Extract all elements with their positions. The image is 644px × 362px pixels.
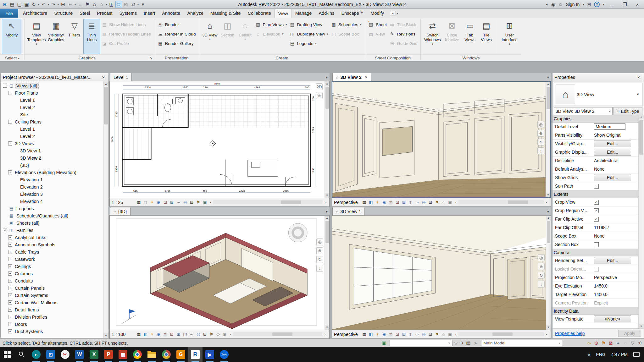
show-model-icon[interactable]: ◻ bbox=[142, 199, 148, 206]
filters-button[interactable]: ▽ Filters bbox=[66, 19, 83, 54]
remove-hidden-lines-button[interactable]: ▥ Remove Hidden Lines bbox=[102, 30, 151, 38]
tree-item-views-all[interactable]: -▢Views (all) bbox=[1, 82, 103, 89]
ribbon-cycle-icon[interactable]: ▲ bbox=[390, 11, 396, 15]
scroll-right-icon[interactable]: › bbox=[324, 332, 325, 337]
scroll-up-icon[interactable]: ▲ bbox=[546, 216, 551, 220]
tree-item-level-1[interactable]: Level 1 bbox=[1, 96, 103, 104]
artificial-lights-off-icon[interactable]: ◉ bbox=[381, 199, 387, 206]
prop-checkbox[interactable] bbox=[594, 242, 599, 247]
place-view-button[interactable]: ▤ View bbox=[368, 30, 387, 38]
gyroscope-icon[interactable]: ◇ bbox=[441, 199, 447, 206]
scroll-down-icon[interactable]: ∨ bbox=[639, 324, 644, 328]
prop-value[interactable]: Explicit bbox=[593, 300, 638, 305]
axon-canvas[interactable] bbox=[110, 216, 325, 330]
type-selector-caret-icon[interactable]: ▼ bbox=[636, 92, 640, 96]
crop-view-icon[interactable]: ⊡ bbox=[394, 331, 400, 337]
reveal-hidden-elements-icon[interactable]: ∞ bbox=[414, 199, 420, 206]
window-menu-caret-icon[interactable]: ▼ bbox=[325, 210, 328, 213]
tab-level-1[interactable]: Level 1 bbox=[110, 73, 132, 81]
schedules-button[interactable]: ▦ Schedules ▾ bbox=[331, 21, 362, 28]
temporary-view-properties-icon[interactable]: ⊟ bbox=[202, 331, 208, 337]
3d1-vertical-scrollbar[interactable]: ▲ ▼ bbox=[546, 216, 551, 330]
tree-item-curtain-wall-mullions[interactable]: +Curtain Wall Mullions bbox=[1, 299, 103, 306]
temporary-view-properties-icon[interactable]: ⊟ bbox=[427, 331, 433, 337]
tab-systems[interactable]: Systems bbox=[116, 9, 140, 18]
tab-manage[interactable]: Manage bbox=[292, 9, 315, 18]
panel-label-sheet-composition[interactable]: Sheet Composition bbox=[365, 54, 421, 61]
horizontal-scrollbar[interactable] bbox=[213, 200, 322, 204]
expand-icon[interactable]: + bbox=[8, 264, 12, 268]
project-browser-title-bar[interactable]: Project Browser - 20220915_IR01_Master..… bbox=[1, 73, 108, 81]
viewport-level-1[interactable]: Level 1 ▼ 7040 1500 1365 130 4465 bbox=[109, 73, 330, 207]
tree-item-ceilings[interactable]: +Ceilings bbox=[1, 263, 103, 270]
scroll-down-icon[interactable]: ▼ bbox=[325, 325, 329, 330]
switch-windows-icon[interactable]: ⇄ bbox=[130, 1, 136, 8]
callout-caret-icon[interactable]: ▾ bbox=[244, 38, 246, 41]
render-gallery-button[interactable]: ▦ Render Gallery bbox=[158, 40, 196, 47]
artificial-lights-off-icon[interactable]: ◉ bbox=[156, 199, 162, 206]
switch-windows-button[interactable]: ⇄ Switch Windows ▾ bbox=[423, 19, 442, 54]
elevation-caret-icon[interactable]: ▾ bbox=[282, 32, 284, 36]
taskbar-input-method[interactable]: ▦ bbox=[116, 347, 130, 362]
worksharing-display-icon[interactable]: ▣ bbox=[202, 199, 208, 206]
collapse-icon[interactable]: - bbox=[8, 141, 12, 145]
taskbar-revit[interactable]: R bbox=[188, 347, 203, 362]
tree-item-site[interactable]: Site bbox=[1, 111, 103, 118]
redo-icon-caret[interactable]: ▾ bbox=[57, 3, 59, 6]
properties-title-bar[interactable]: Properties × bbox=[552, 73, 644, 81]
tree-item-doors[interactable]: +Doors bbox=[1, 321, 103, 328]
tab-enscape[interactable]: Enscape™ bbox=[338, 9, 367, 18]
panel-label-presentation[interactable]: Presentation bbox=[154, 54, 199, 61]
apply-button[interactable]: Apply bbox=[618, 330, 641, 337]
pan-icon[interactable]: ↕ bbox=[537, 147, 544, 154]
editable-only-icon[interactable]: ▤ bbox=[465, 340, 472, 347]
render-dialog-icon[interactable]: ☕ bbox=[388, 199, 394, 206]
app-store-cart-icon[interactable]: ⊞ bbox=[587, 2, 591, 7]
show-crop-region-icon[interactable]: ⊞ bbox=[401, 199, 407, 206]
sign-in-button[interactable]: Sign In bbox=[566, 2, 580, 7]
ribbon-cycle-caret-icon[interactable]: ▾ bbox=[397, 12, 398, 15]
tree-item-schedules-quantities-all[interactable]: ▦Schedules/Quantities (all) bbox=[1, 212, 103, 219]
user-interface-caret-icon[interactable]: ▾ bbox=[509, 42, 510, 46]
crop-view-icon[interactable]: ⊡ bbox=[394, 199, 400, 206]
sun-path-off-icon[interactable]: ☀ bbox=[375, 199, 380, 206]
notification-center-icon[interactable] bbox=[633, 352, 640, 357]
lock-3d-view-icon[interactable]: ▣ bbox=[222, 331, 228, 337]
taskbar-chrome[interactable] bbox=[130, 347, 145, 362]
press-drag-select-icon[interactable]: ∞ bbox=[586, 339, 592, 346]
pan-icon[interactable]: ↕ bbox=[538, 281, 545, 288]
prop-value[interactable]: Architectural bbox=[593, 158, 638, 163]
tree-item-conduits[interactable]: +Conduits bbox=[1, 277, 103, 284]
render-in-cloud-button[interactable]: ☁ Render in Cloud bbox=[158, 30, 196, 38]
viewport-3d-view-2[interactable]: ⌂ 3D View 2 × ▼ bbox=[332, 73, 551, 207]
visibility-graphics-button[interactable]: ▦ Visibility/ Graphics bbox=[46, 19, 66, 54]
help-caret-icon[interactable]: ▾ bbox=[603, 3, 604, 6]
expand-icon[interactable]: + bbox=[8, 329, 12, 333]
tree-item-duct-systems[interactable]: +Duct Systems bbox=[1, 328, 103, 335]
tree-item-legends[interactable]: ▤Legends bbox=[1, 205, 103, 212]
tree-item-cable-trays[interactable]: +Cable Trays bbox=[1, 248, 103, 255]
tree-item-3d[interactable]: {3D} bbox=[1, 162, 103, 169]
prop-value[interactable] bbox=[593, 184, 638, 189]
default-3d-view-icon-caret[interactable]: ▾ bbox=[105, 3, 108, 6]
zoom-icon[interactable]: ⊕ bbox=[316, 247, 323, 254]
taskbar-zalo[interactable]: Zalo bbox=[217, 347, 231, 362]
axon-vertical-scrollbar[interactable]: ▲ ▼ bbox=[325, 216, 329, 330]
tree-item-sheets-all[interactable]: ▣Sheets (all) bbox=[1, 219, 103, 227]
taskbar-snip[interactable]: ✂ bbox=[58, 347, 72, 362]
prop-checkbox[interactable] bbox=[594, 184, 599, 189]
wheel-2d-icon[interactable]: 2D bbox=[316, 83, 323, 90]
collapse-icon[interactable]: - bbox=[8, 91, 12, 95]
tree-item-division-profiles[interactable]: +Division Profiles bbox=[1, 313, 103, 321]
prop-value[interactable] bbox=[593, 267, 638, 272]
prop-value[interactable]: 1400.0 bbox=[593, 292, 638, 297]
prop-value[interactable]: 11198.7 bbox=[593, 225, 638, 230]
prop-edit-button[interactable]: Edit... bbox=[594, 257, 631, 264]
help-icon[interactable]: ? bbox=[594, 2, 600, 7]
prop-value[interactable]: <None> bbox=[593, 315, 638, 322]
scroll-right-icon[interactable]: › bbox=[546, 200, 547, 205]
taskbar-excel[interactable]: X bbox=[87, 347, 101, 362]
window-menu-caret-icon[interactable]: ▼ bbox=[547, 76, 550, 79]
section-icon[interactable]: ◫ bbox=[108, 1, 115, 8]
tab-collaborate[interactable]: Collaborate bbox=[244, 9, 275, 18]
